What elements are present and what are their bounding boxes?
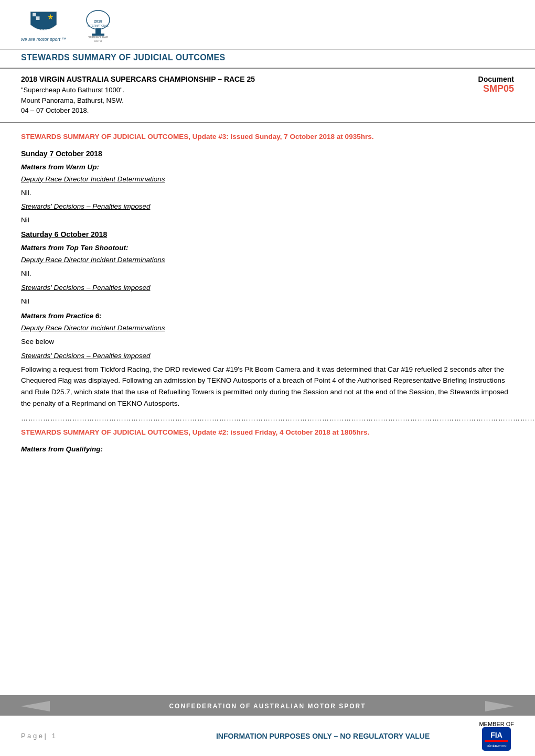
svg-rect-3: [36, 16, 40, 20]
sunday-warmup-label: Matters from Warm Up:: [21, 163, 514, 171]
update2-header: STEWARDS SUMMARY OF JUDICIAL OUTCOMES, U…: [21, 427, 514, 438]
svg-text:FÉDÉRATION: FÉDÉRATION: [487, 744, 507, 748]
saturday-practice6-label: Matters from Practice 6:: [21, 312, 514, 320]
svg-text:CAMS: CAMS: [38, 28, 49, 33]
document-label: Document: [446, 75, 514, 83]
separator: ……………………………………………………………………………………………………………: [21, 414, 514, 422]
footer-bottom: P a g e | 1 INFORMATION PURPOSES ONLY – …: [0, 716, 535, 756]
qualifying-label: Matters from Qualifying:: [21, 445, 514, 453]
sunday-warmup-drd-text: Nil.: [21, 187, 514, 199]
title-bar: STEWARDS SUMMARY OF JUDICIAL OUTCOMES: [0, 49, 535, 68]
sunday-warmup-stewards: Stewards' Decisions – Penalties imposed: [21, 202, 514, 210]
page-wrapper: CAMS we are motor sport ™ 2018 INTERNATI…: [0, 0, 535, 756]
document-info: Document SMP05: [446, 75, 514, 116]
footer-page: P a g e | 1: [21, 732, 167, 740]
saturday-topten-drd: Deputy Race Director Incident Determinat…: [21, 256, 514, 264]
race-sub1: "Supercheap Auto Bathurst 1000".: [21, 86, 124, 94]
svg-rect-7: [95, 28, 101, 34]
footer-info: INFORMATION PURPOSES ONLY – NO REGULATOR…: [177, 732, 469, 740]
svg-text:SUPERCHEAP: SUPERCHEAP: [88, 36, 108, 39]
saturday-topten-label: Matters from Top Ten Shootout:: [21, 244, 514, 252]
svg-marker-13: [21, 701, 50, 711]
footer-page-label: P a g e |: [21, 732, 46, 740]
svg-rect-0: [33, 13, 36, 17]
saturday-practice6-stewards-text: Following a request from Tickford Racing…: [21, 364, 514, 409]
cams-logo: CAMS we are motor sport ™: [21, 9, 67, 42]
saturday-topten-stewards: Stewards' Decisions – Penalties imposed: [21, 284, 514, 291]
info-section: 2018 VIRGIN AUSTRALIA SUPERCARS CHAMPION…: [0, 68, 535, 123]
update3-header: STEWARDS SUMMARY OF JUDICIAL OUTCOMES, U…: [21, 132, 514, 142]
footer: CONFEDERATION OF AUSTRALIAN MOTOR SPORT …: [0, 695, 535, 756]
race-info: 2018 VIRGIN AUSTRALIA SUPERCARS CHAMPION…: [21, 75, 446, 116]
race-sub3: 04 – 07 October 2018.: [21, 106, 89, 114]
saturday-practice6-drd: Deputy Race Director Incident Determinat…: [21, 324, 514, 332]
footer-member-of: MEMBER OF: [479, 721, 514, 727]
saturday-practice6-stewards: Stewards' Decisions – Penalties imposed: [21, 352, 514, 360]
svg-text:FIA: FIA: [490, 731, 502, 739]
svg-rect-2: [33, 16, 36, 20]
cams-tagline: we are motor sport ™: [21, 37, 67, 42]
saturday-topten-drd-text: Nil.: [21, 268, 514, 279]
sunday-date: Sunday 7 October 2018: [21, 149, 514, 158]
svg-text:INTERNATIONAL: INTERNATIONAL: [88, 24, 109, 27]
svg-text:AUTO: AUTO: [94, 39, 102, 42]
footer-fia-area: MEMBER OF FIA FÉDÉRATION: [479, 721, 514, 751]
race-title: 2018 VIRGIN AUSTRALIA SUPERCARS CHAMPION…: [21, 75, 446, 83]
saturday-practice6-drd-text: See below: [21, 336, 514, 348]
footer-banner: CONFEDERATION OF AUSTRALIAN MOTOR SPORT: [0, 697, 535, 716]
saturday-date: Saturday 6 October 2018: [21, 230, 514, 239]
svg-text:2018: 2018: [94, 19, 102, 23]
svg-rect-17: [485, 740, 508, 742]
series-logo: 2018 INTERNATIONAL SUPERCHEAP AUTO: [77, 9, 119, 44]
page-title: STEWARDS SUMMARY OF JUDICIAL OUTCOMES: [21, 53, 514, 62]
document-number: SMP05: [446, 83, 514, 94]
footer-banner-text: CONFEDERATION OF AUSTRALIAN MOTOR SPORT: [52, 703, 483, 710]
header: CAMS we are motor sport ™ 2018 INTERNATI…: [0, 0, 535, 49]
race-subtitle: "Supercheap Auto Bathurst 1000". Mount P…: [21, 85, 446, 116]
footer-page-number: 1: [52, 732, 56, 740]
svg-marker-14: [485, 701, 514, 711]
sunday-warmup-stewards-text: Nil: [21, 214, 514, 226]
svg-rect-1: [36, 13, 40, 17]
main-content: STEWARDS SUMMARY OF JUDICIAL OUTCOMES, U…: [0, 123, 535, 696]
sunday-warmup-drd: Deputy Race Director Incident Determinat…: [21, 175, 514, 183]
saturday-topten-stewards-text: Nil: [21, 296, 514, 307]
race-sub2: Mount Panorama, Bathurst, NSW.: [21, 96, 124, 104]
